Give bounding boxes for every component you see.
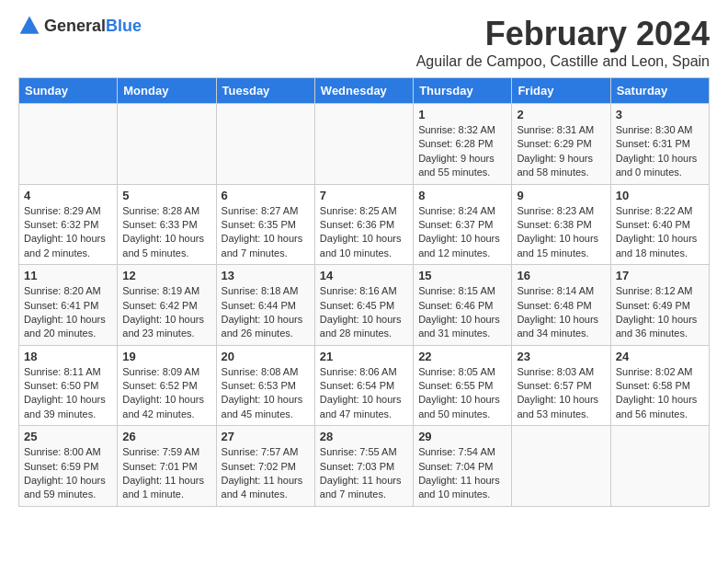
day-number: 28	[320, 430, 408, 443]
calendar-cell	[118, 104, 216, 185]
day-number: 5	[122, 189, 210, 202]
calendar-cell: 15Sunrise: 8:15 AM Sunset: 6:46 PM Dayli…	[414, 265, 512, 346]
day-number: 10	[616, 189, 704, 202]
calendar-cell: 10Sunrise: 8:22 AM Sunset: 6:40 PM Dayli…	[610, 184, 709, 265]
calendar-cell: 12Sunrise: 8:19 AM Sunset: 6:42 PM Dayli…	[118, 265, 216, 346]
day-number: 6	[222, 189, 310, 202]
column-header-friday: Friday	[512, 78, 610, 104]
main-title: February 2024	[416, 15, 710, 53]
day-info: Sunrise: 8:08 AM Sunset: 6:53 PM Dayligh…	[222, 365, 310, 422]
day-info: Sunrise: 7:57 AM Sunset: 7:02 PM Dayligh…	[222, 445, 310, 502]
title-area: February 2024 Aguilar de Campoo, Castill…	[416, 15, 710, 70]
calendar-cell: 26Sunrise: 7:59 AM Sunset: 7:01 PM Dayli…	[118, 426, 216, 507]
day-info: Sunrise: 8:06 AM Sunset: 6:54 PM Dayligh…	[320, 365, 408, 422]
calendar-cell: 22Sunrise: 8:05 AM Sunset: 6:55 PM Dayli…	[414, 345, 512, 426]
day-number: 14	[320, 269, 408, 282]
calendar-cell: 2Sunrise: 8:31 AM Sunset: 6:29 PM Daylig…	[512, 104, 610, 185]
day-info: Sunrise: 8:24 AM Sunset: 6:37 PM Dayligh…	[418, 204, 506, 261]
day-number: 13	[222, 269, 310, 282]
day-info: Sunrise: 8:23 AM Sunset: 6:38 PM Dayligh…	[517, 204, 605, 261]
calendar-cell: 14Sunrise: 8:16 AM Sunset: 6:45 PM Dayli…	[314, 265, 413, 346]
day-info: Sunrise: 8:30 AM Sunset: 6:31 PM Dayligh…	[616, 123, 704, 180]
day-info: Sunrise: 8:14 AM Sunset: 6:48 PM Dayligh…	[517, 284, 605, 341]
day-info: Sunrise: 8:00 AM Sunset: 6:59 PM Dayligh…	[24, 445, 112, 502]
day-number: 7	[320, 189, 408, 202]
column-header-sunday: Sunday	[19, 78, 118, 104]
calendar-cell: 27Sunrise: 7:57 AM Sunset: 7:02 PM Dayli…	[216, 426, 314, 507]
calendar-cell: 29Sunrise: 7:54 AM Sunset: 7:04 PM Dayli…	[414, 426, 512, 507]
day-info: Sunrise: 8:16 AM Sunset: 6:45 PM Dayligh…	[320, 284, 408, 341]
day-info: Sunrise: 8:20 AM Sunset: 6:41 PM Dayligh…	[24, 284, 112, 341]
calendar-cell: 3Sunrise: 8:30 AM Sunset: 6:31 PM Daylig…	[610, 104, 709, 185]
day-number: 23	[517, 350, 605, 363]
calendar-cell: 6Sunrise: 8:27 AM Sunset: 6:35 PM Daylig…	[216, 184, 314, 265]
calendar-cell: 23Sunrise: 8:03 AM Sunset: 6:57 PM Dayli…	[512, 345, 610, 426]
calendar-cell: 20Sunrise: 8:08 AM Sunset: 6:53 PM Dayli…	[216, 345, 314, 426]
calendar-cell: 17Sunrise: 8:12 AM Sunset: 6:49 PM Dayli…	[610, 265, 709, 346]
day-number: 21	[320, 350, 408, 363]
day-info: Sunrise: 8:27 AM Sunset: 6:35 PM Dayligh…	[222, 204, 310, 261]
day-number: 2	[517, 108, 605, 121]
calendar-cell: 28Sunrise: 7:55 AM Sunset: 7:03 PM Dayli…	[314, 426, 413, 507]
day-number: 27	[222, 430, 310, 443]
day-info: Sunrise: 8:03 AM Sunset: 6:57 PM Dayligh…	[517, 365, 605, 422]
day-info: Sunrise: 8:19 AM Sunset: 6:42 PM Dayligh…	[122, 284, 210, 341]
day-number: 19	[122, 350, 210, 363]
calendar-week-row: 4Sunrise: 8:29 AM Sunset: 6:32 PM Daylig…	[19, 184, 710, 265]
day-info: Sunrise: 8:12 AM Sunset: 6:49 PM Dayligh…	[616, 284, 704, 341]
column-header-tuesday: Tuesday	[216, 78, 314, 104]
calendar-week-row: 18Sunrise: 8:11 AM Sunset: 6:50 PM Dayli…	[19, 345, 710, 426]
day-info: Sunrise: 8:02 AM Sunset: 6:58 PM Dayligh…	[616, 365, 704, 422]
column-header-thursday: Thursday	[414, 78, 512, 104]
day-info: Sunrise: 8:29 AM Sunset: 6:32 PM Dayligh…	[24, 204, 112, 261]
day-number: 8	[418, 189, 506, 202]
calendar-cell	[19, 104, 118, 185]
day-number: 3	[616, 108, 704, 121]
calendar-cell	[512, 426, 610, 507]
calendar-cell: 11Sunrise: 8:20 AM Sunset: 6:41 PM Dayli…	[19, 265, 118, 346]
day-info: Sunrise: 7:59 AM Sunset: 7:01 PM Dayligh…	[122, 445, 210, 502]
logo-text-general: General	[44, 17, 106, 35]
day-info: Sunrise: 8:15 AM Sunset: 6:46 PM Dayligh…	[418, 284, 506, 341]
day-info: Sunrise: 8:05 AM Sunset: 6:55 PM Dayligh…	[418, 365, 506, 422]
column-header-monday: Monday	[118, 78, 216, 104]
day-number: 25	[24, 430, 112, 443]
calendar-cell: 18Sunrise: 8:11 AM Sunset: 6:50 PM Dayli…	[19, 345, 118, 426]
calendar-week-row: 1Sunrise: 8:32 AM Sunset: 6:28 PM Daylig…	[19, 104, 710, 185]
subtitle: Aguilar de Campoo, Castille and Leon, Sp…	[416, 53, 710, 70]
day-info: Sunrise: 8:25 AM Sunset: 6:36 PM Dayligh…	[320, 204, 408, 261]
day-number: 22	[418, 350, 506, 363]
calendar-cell: 24Sunrise: 8:02 AM Sunset: 6:58 PM Dayli…	[610, 345, 709, 426]
svg-marker-0	[20, 17, 40, 34]
day-number: 18	[24, 350, 112, 363]
logo: GeneralBlue	[18, 15, 142, 37]
calendar-cell: 9Sunrise: 8:23 AM Sunset: 6:38 PM Daylig…	[512, 184, 610, 265]
day-number: 12	[122, 269, 210, 282]
day-info: Sunrise: 7:54 AM Sunset: 7:04 PM Dayligh…	[418, 445, 506, 502]
logo-icon	[18, 15, 40, 37]
day-info: Sunrise: 8:22 AM Sunset: 6:40 PM Dayligh…	[616, 204, 704, 261]
calendar-header-row: SundayMondayTuesdayWednesdayThursdayFrid…	[19, 78, 710, 104]
day-info: Sunrise: 8:09 AM Sunset: 6:52 PM Dayligh…	[122, 365, 210, 422]
calendar-cell	[610, 426, 709, 507]
day-number: 26	[122, 430, 210, 443]
calendar-cell: 5Sunrise: 8:28 AM Sunset: 6:33 PM Daylig…	[118, 184, 216, 265]
day-number: 29	[418, 430, 506, 443]
column-header-wednesday: Wednesday	[314, 78, 413, 104]
day-number: 11	[24, 269, 112, 282]
day-number: 16	[517, 269, 605, 282]
day-info: Sunrise: 8:18 AM Sunset: 6:44 PM Dayligh…	[222, 284, 310, 341]
calendar-cell: 21Sunrise: 8:06 AM Sunset: 6:54 PM Dayli…	[314, 345, 413, 426]
column-header-saturday: Saturday	[610, 78, 709, 104]
calendar-cell: 19Sunrise: 8:09 AM Sunset: 6:52 PM Dayli…	[118, 345, 216, 426]
day-number: 4	[24, 189, 112, 202]
day-number: 9	[517, 189, 605, 202]
day-info: Sunrise: 8:11 AM Sunset: 6:50 PM Dayligh…	[24, 365, 112, 422]
calendar-cell: 25Sunrise: 8:00 AM Sunset: 6:59 PM Dayli…	[19, 426, 118, 507]
calendar-cell: 16Sunrise: 8:14 AM Sunset: 6:48 PM Dayli…	[512, 265, 610, 346]
calendar-cell	[314, 104, 413, 185]
calendar-week-row: 11Sunrise: 8:20 AM Sunset: 6:41 PM Dayli…	[19, 265, 710, 346]
day-number: 17	[616, 269, 704, 282]
calendar-cell: 7Sunrise: 8:25 AM Sunset: 6:36 PM Daylig…	[314, 184, 413, 265]
day-number: 24	[616, 350, 704, 363]
